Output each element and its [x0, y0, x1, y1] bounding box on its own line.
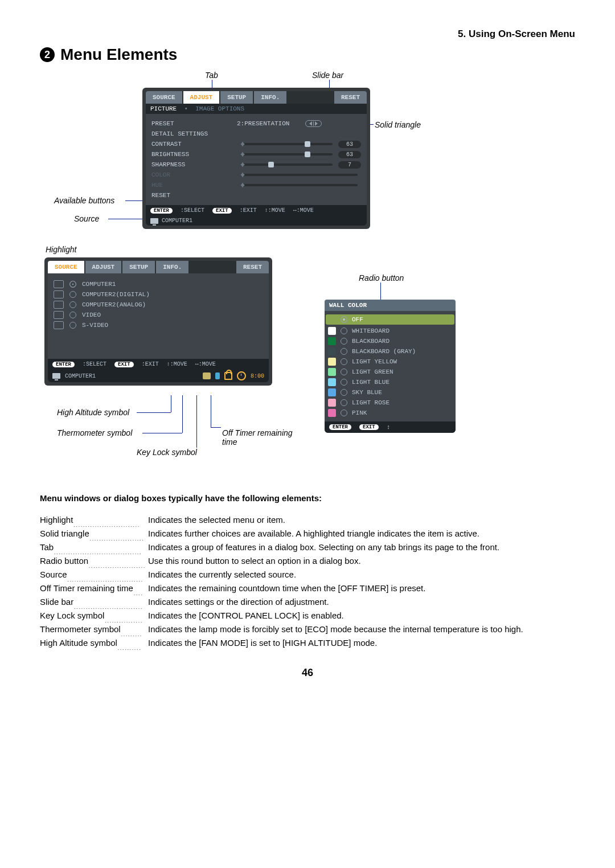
label-off-timer: Off Timer remaining time	[222, 428, 302, 447]
radio-icon[interactable]	[341, 348, 347, 355]
solid-triangle-icon[interactable]	[305, 120, 322, 127]
color-swatch	[328, 358, 336, 366]
enter-pill: ENTER	[150, 208, 173, 214]
label-tab: Tab	[205, 71, 218, 80]
wall-color-label: PINK	[352, 410, 367, 416]
osd-tab-info.[interactable]: INFO.	[254, 91, 286, 104]
leader-line	[211, 395, 211, 427]
definition-row: Source................................In…	[40, 568, 575, 582]
slider-thumb[interactable]	[305, 141, 310, 147]
wall-color-row[interactable]: OFF	[326, 314, 454, 325]
osd-row[interactable]: PRESET2:PRESENTATION	[151, 118, 361, 129]
osd-tab-source[interactable]: SOURCE	[48, 261, 84, 273]
radio-icon[interactable]	[341, 389, 347, 396]
enter-pill: ENTER	[52, 362, 75, 367]
wall-color-row[interactable]: LIGHT YELLOW	[328, 357, 452, 367]
radio-icon[interactable]	[69, 301, 76, 308]
radio-icon[interactable]	[341, 327, 347, 334]
osd-row[interactable]: SHARPNESS7	[151, 159, 361, 170]
radio-icon[interactable]	[69, 291, 76, 298]
move-vert-label: ↕:MOVE	[265, 207, 285, 214]
row-value: 2:PRESENTATION	[237, 120, 305, 127]
osd-row[interactable]: DETAIL SETTINGS	[151, 129, 361, 139]
label-solid-triangle: Solid triangle	[375, 120, 421, 129]
definition-desc: Indicates settings or the direction of a…	[148, 595, 575, 609]
input-icon	[54, 290, 64, 298]
radio-icon[interactable]	[341, 410, 347, 416]
source-name: COMPUTER1	[162, 218, 192, 224]
osd-row[interactable]: CONTRAST63	[151, 139, 361, 149]
osd-tab-info.[interactable]: INFO.	[156, 261, 188, 273]
definition-desc: Indicates the currently selected source.	[148, 568, 575, 582]
source-row[interactable]: COMPUTER1	[54, 279, 263, 289]
lock-icon	[224, 372, 232, 380]
source-name: COMPUTER1	[65, 373, 96, 379]
radio-icon[interactable]	[69, 322, 76, 329]
wall-color-row[interactable]: BLACKBOARD	[328, 336, 452, 346]
definition-term: High Altitude symbol..........	[40, 636, 148, 650]
osd-source-bar-extended: COMPUTER1 8:00	[48, 370, 269, 382]
osd-tab-setup[interactable]: SETUP	[220, 91, 253, 104]
exit-pill: EXIT	[212, 208, 232, 214]
wall-color-row[interactable]: PINK	[328, 408, 452, 418]
osd-footer: ENTER:SELECT EXIT:EXIT ↕:MOVE ↔:MOVE	[48, 359, 269, 370]
slider[interactable]	[240, 163, 333, 166]
definition-row: High Altitude symbol..........Indicates …	[40, 636, 575, 650]
osd-tab-adjust[interactable]: ADJUST	[183, 91, 220, 104]
slider-thumb[interactable]	[305, 152, 310, 157]
section-header: 5. Using On-Screen Menu	[40, 28, 575, 40]
move-horiz-label: ↔:MOVE	[195, 361, 216, 367]
osd-row: HUE	[151, 180, 361, 190]
slider[interactable]	[240, 143, 333, 145]
wall-color-row[interactable]: SKY BLUE	[328, 387, 452, 398]
exit-pill: EXIT	[359, 424, 379, 430]
radio-icon[interactable]	[69, 312, 76, 318]
osd-tab-source[interactable]: SOURCE	[146, 91, 182, 104]
leader-line	[171, 395, 171, 412]
page-title: 2 Menu Elements	[40, 46, 575, 64]
radio-icon[interactable]	[341, 379, 347, 386]
osd-tab-adjust[interactable]: ADJUST	[85, 261, 122, 273]
definition-row: Slide bar.............................In…	[40, 595, 575, 609]
exit-label: :EXIT	[142, 361, 159, 367]
definition-term: Thermometer symbol.........	[40, 623, 148, 636]
osd-tab-setup[interactable]: SETUP	[122, 261, 155, 273]
wall-color-row[interactable]: LIGHT BLUE	[328, 377, 452, 387]
osd-row[interactable]: RESET	[151, 190, 361, 200]
radio-icon[interactable]	[341, 358, 347, 365]
row-label: SHARPNESS	[151, 161, 237, 168]
wall-color-row[interactable]: WHITEBOARD	[328, 326, 452, 336]
source-row[interactable]: COMPUTER2(DIGITAL)	[54, 289, 263, 300]
radio-icon[interactable]	[341, 316, 347, 323]
osd-body: PRESET2:PRESENTATIONDETAIL SETTINGSCONTR…	[146, 114, 367, 205]
radio-icon[interactable]	[341, 338, 347, 345]
osd-source-bar: COMPUTER1	[146, 216, 367, 226]
wall-color-label: SKY BLUE	[352, 389, 382, 396]
source-row[interactable]: COMPUTER2(ANALOG)	[54, 300, 263, 310]
radio-icon[interactable]	[341, 369, 347, 375]
osd-tab-reset[interactable]: RESET	[334, 91, 367, 104]
value-badge: 63	[338, 141, 361, 148]
source-row[interactable]: S-VIDEO	[54, 320, 263, 330]
definition-term: Solid triangle.......................	[40, 527, 148, 541]
definition-desc: Use this round button to select an optio…	[148, 554, 575, 568]
source-row[interactable]: VIDEO	[54, 310, 263, 320]
title-bullet: 2	[40, 47, 55, 62]
definition-term: Key Lock symbol................	[40, 609, 148, 623]
thermometer-icon	[215, 372, 220, 379]
wall-color-row[interactable]: LIGHT GREEN	[328, 367, 452, 377]
osd-tab-row: SOURCEADJUSTSETUPINFO.RESET	[48, 261, 269, 273]
radio-icon[interactable]	[69, 281, 76, 288]
leader-line	[137, 412, 171, 413]
osd-tab-reset[interactable]: RESET	[236, 261, 269, 273]
osd-row[interactable]: BRIGHTNESS63	[151, 149, 361, 159]
wall-color-footer: ENTER EXIT ↕	[325, 421, 456, 433]
slider-thumb[interactable]	[268, 162, 274, 167]
radio-icon[interactable]	[341, 399, 347, 406]
color-swatch	[328, 368, 336, 376]
wall-color-row[interactable]: BLACKBOARD (GRAY)	[328, 346, 452, 357]
value-badge: 7	[338, 161, 361, 169]
wall-color-row[interactable]: LIGHT ROSE	[328, 398, 452, 408]
definition-desc: Indicates the [CONTROL PANEL LOCK] is en…	[148, 609, 575, 623]
slider[interactable]	[240, 153, 333, 155]
